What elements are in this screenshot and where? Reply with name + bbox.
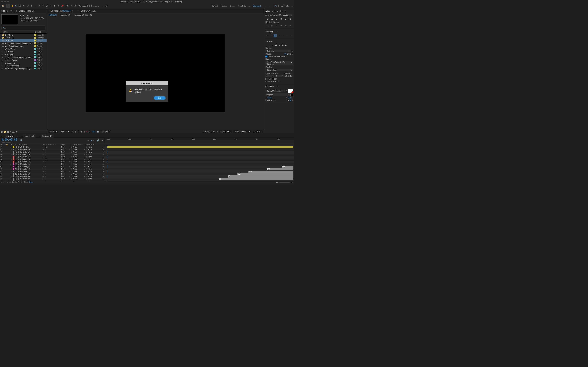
svg-text:!: !	[130, 90, 131, 92]
dialog-overlay: After Effects ! Ae After Effects warning…	[0, 0, 294, 184]
ok-button[interactable]: OK	[154, 96, 165, 100]
dialog-title: After Effects	[126, 81, 168, 85]
warning-dialog: After Effects ! Ae After Effects warning…	[126, 81, 168, 102]
warning-icon: ! Ae	[129, 88, 132, 93]
svg-text:Ae: Ae	[131, 91, 132, 92]
dialog-message: After Effects warning: Invalid table add…	[135, 88, 165, 93]
